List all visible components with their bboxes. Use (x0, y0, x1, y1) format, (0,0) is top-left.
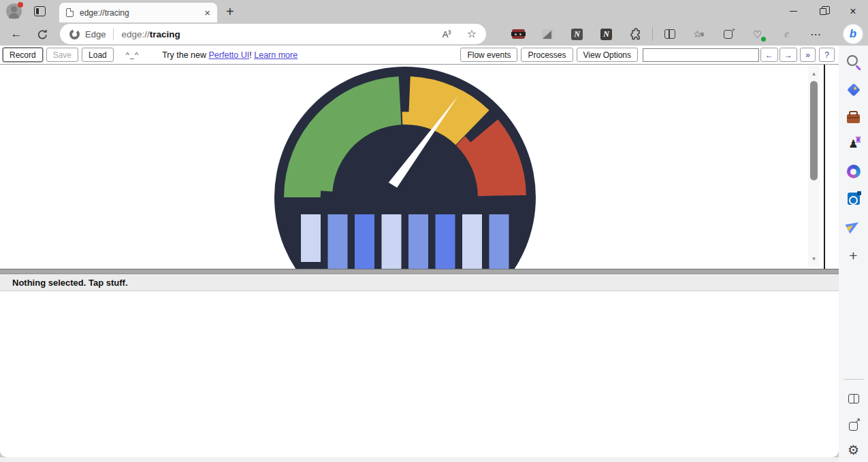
trace-nav-back-button[interactable]: ← (760, 48, 778, 62)
processes-button[interactable]: Processes (521, 48, 573, 62)
page-content: Record Save Load ^_^ Try the new Perfett… (0, 46, 839, 462)
sidebar-m365-icon[interactable] (844, 162, 863, 181)
sidebar-settings-icon[interactable]: ⚙ (848, 444, 859, 457)
selection-status-bar: Nothing selected. Tap stuff. (0, 274, 839, 291)
close-button[interactable]: × (838, 0, 868, 22)
scrollbar-thumb[interactable] (810, 81, 818, 180)
collections-icon[interactable]: ☆≡ (692, 27, 706, 41)
shopping-tag-icon (847, 83, 861, 97)
sidebar-drop-icon[interactable] (844, 216, 863, 235)
url-host: tracing (150, 29, 180, 39)
sidebar-outlook-icon[interactable] (844, 189, 863, 208)
copy-add-icon[interactable]: + (722, 27, 735, 41)
learn-more-link[interactable]: Learn more (254, 50, 298, 60)
sidebar-divider (843, 379, 864, 380)
ellipsis-glyph: ⋯ (810, 28, 822, 41)
window-bottom-strip (0, 457, 839, 462)
outlook-icon (848, 193, 860, 205)
collections-lines: ≡ (701, 31, 705, 38)
notice-prefix: Try the new (162, 50, 208, 60)
copilot-icon[interactable]: b (843, 24, 863, 44)
n-extension-icon-2[interactable]: N (600, 27, 613, 41)
viewport-gap (825, 65, 839, 269)
copy-icon: + (724, 30, 733, 39)
ie-mode-icon[interactable]: e (780, 27, 794, 41)
back-icon[interactable]: ← (10, 27, 23, 41)
sidebar-panel-toggle[interactable] (844, 389, 863, 408)
restore-icon (820, 8, 826, 15)
mask-icon (512, 29, 525, 39)
record-button[interactable]: Record (3, 48, 43, 62)
panel-drag-divider[interactable] (0, 269, 839, 274)
address-divider (113, 29, 114, 40)
workspaces-icon[interactable] (34, 6, 46, 16)
restore-button[interactable] (808, 0, 838, 22)
trace-help-button[interactable]: ? (819, 48, 835, 62)
scroll-down-icon[interactable]: ▼ (808, 256, 820, 262)
read-aloud-waves: )) (448, 29, 450, 35)
trace-overflow-button[interactable]: » (800, 48, 816, 62)
sidebar-add-button[interactable]: + (844, 246, 863, 265)
chess-rook-icon: ♜ (854, 135, 863, 144)
view-options-button[interactable]: View Options (577, 48, 638, 62)
microsoft-365-icon (847, 165, 861, 178)
favorite-star-icon[interactable]: ☆ (467, 29, 477, 39)
minimize-icon (790, 11, 797, 12)
scroll-up-icon[interactable]: ▲ (808, 71, 820, 77)
read-aloud-letter: A (443, 29, 449, 39)
read-aloud-icon[interactable]: A)) (443, 29, 451, 39)
mask-extension-icon[interactable] (512, 27, 526, 41)
sidebar-open-external[interactable]: ↗ (844, 416, 863, 435)
split-screen-icon[interactable] (663, 27, 677, 41)
status-message: Nothing selected. Tap stuff. (12, 278, 128, 288)
load-button[interactable]: Load (82, 48, 114, 62)
timeline-viewport-row: ▲ ▼ (0, 64, 839, 269)
heart-icon: ♡ (753, 29, 762, 39)
sidebar-search-icon[interactable] (844, 53, 863, 72)
perfetto-link[interactable]: Perfetto UI (209, 50, 250, 60)
site-badge: Edge (85, 29, 106, 39)
timeline-scrollbar[interactable]: ▲ ▼ (808, 66, 820, 267)
sidebar-games-icon[interactable]: ♟♜ (844, 135, 863, 154)
flow-events-button[interactable]: Flow events (460, 48, 517, 62)
external-arrow-glyph: ↗ (854, 416, 861, 425)
toolbox-icon (847, 114, 860, 123)
notice-bang: ! (249, 50, 251, 60)
tracing-toolbar: Record Save Load ^_^ Try the new Perfett… (0, 46, 839, 64)
minimize-button[interactable] (778, 0, 808, 22)
address-bar[interactable]: Edge edge:// tracing A)) ☆ (60, 24, 486, 44)
more-menu-icon[interactable]: ⋯ (809, 27, 823, 41)
extensions-puzzle-icon[interactable] (629, 27, 643, 41)
n-icon-2: N (600, 29, 612, 40)
n-extension-icon[interactable]: N (570, 27, 584, 41)
save-button[interactable]: Save (46, 48, 78, 62)
n-icon: N (571, 29, 583, 40)
new-tab-button[interactable]: + (226, 5, 234, 18)
profile-avatar[interactable] (6, 3, 22, 19)
sidebar-tools-icon[interactable] (844, 108, 863, 127)
tracing-toolbar-right: Flow events Processes View Options ← → »… (460, 48, 835, 62)
ie-letter: e (784, 28, 789, 40)
url-scheme: edge:// (121, 29, 149, 39)
timeline-view[interactable]: ▲ ▼ (0, 65, 825, 269)
trace-search-input[interactable] (643, 48, 759, 62)
title-bar: edge://tracing × + × (0, 0, 868, 22)
emoticon-label: ^_^ (126, 51, 139, 59)
image-extension-icon[interactable] (541, 27, 555, 41)
sidebar-shopping-icon[interactable] (844, 80, 863, 99)
browser-essentials-icon[interactable]: ♡ (751, 27, 765, 41)
tab-close-icon[interactable]: × (204, 7, 210, 18)
browser-toolbar: ← Edge edge:// tracing A)) ☆ N N ☆≡ + ♡ … (0, 22, 868, 46)
extension-row: N N ☆≡ + ♡ e ⋯ (504, 27, 831, 41)
page-favicon (66, 8, 74, 17)
panel-toggle-icon (848, 394, 859, 403)
refresh-icon[interactable] (37, 29, 48, 40)
open-external-icon: ↗ (849, 422, 858, 431)
notification-dot (18, 2, 23, 7)
split-icon (664, 29, 675, 39)
image-icon (542, 29, 553, 39)
trace-nav-forward-button[interactable]: → (779, 48, 797, 62)
browser-tab[interactable]: edge://tracing × (59, 3, 217, 22)
toolbar-divider (652, 27, 653, 41)
paper-plane-icon (846, 218, 862, 233)
